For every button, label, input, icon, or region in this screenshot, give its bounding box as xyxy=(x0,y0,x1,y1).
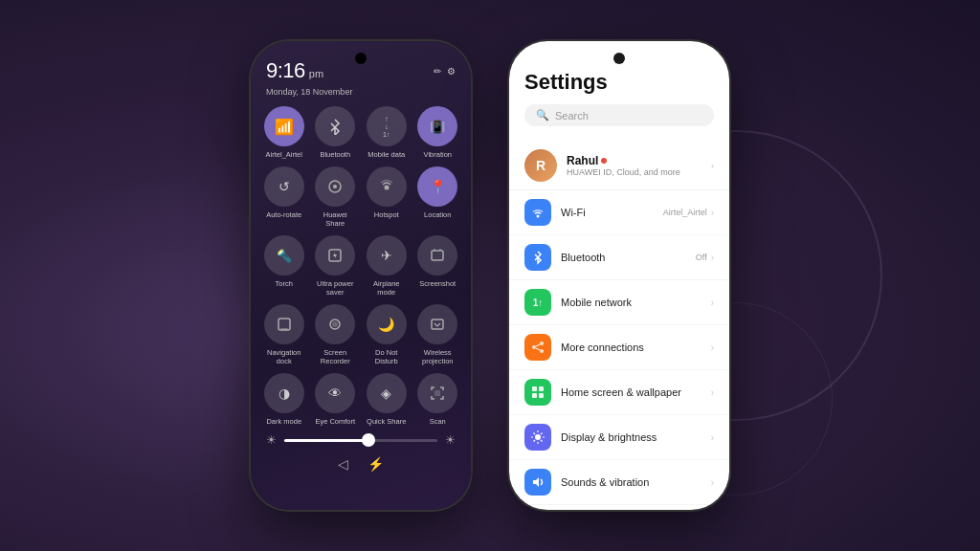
svg-rect-18 xyxy=(539,386,544,391)
tile-ultra-power[interactable]: Ultra power saver xyxy=(314,235,358,297)
home-screen-label: Home screen & wallpaper xyxy=(561,386,711,398)
search-icon: 🔍 xyxy=(536,109,549,121)
svg-point-8 xyxy=(332,321,338,327)
brightness-control[interactable]: ☀ ☀ xyxy=(262,433,459,447)
torch-icon: 🔦 xyxy=(264,235,304,276)
svg-rect-10 xyxy=(434,390,440,396)
brightness-track[interactable] xyxy=(284,439,437,442)
settings-item-home-screen[interactable]: Home screen & wallpaper › xyxy=(509,370,729,415)
tile-nav-dock[interactable]: Navigation dock xyxy=(262,304,306,365)
hotspot-icon xyxy=(367,166,407,207)
home-screen-icon xyxy=(524,379,551,406)
wifi-icon: 📶 xyxy=(264,106,304,146)
edit-icon[interactable]: ✏ xyxy=(434,66,441,77)
settings-item-wifi[interactable]: Wi-Fi Airtel_Airtel › xyxy=(509,190,729,235)
online-dot xyxy=(601,158,607,164)
mobile-network-chevron: › xyxy=(711,298,714,308)
ultra-power-icon xyxy=(315,235,355,276)
mobile-network-icon: 1↑ xyxy=(524,289,551,316)
left-phone: 9:16 pm ✏ ⚙ Monday, 18 November 📶 Airtel… xyxy=(251,41,471,510)
tile-mobile-data[interactable]: ↑ ↓ 1↑ Mobile data xyxy=(365,106,409,159)
settings-item-sound[interactable]: Sounds & vibration › xyxy=(509,460,729,505)
wifi-label: Airtel_Airtel xyxy=(266,150,302,159)
phones-container: 9:16 pm ✏ ⚙ Monday, 18 November 📶 Airtel… xyxy=(251,41,729,510)
display-icon xyxy=(524,424,551,451)
date-line: Monday, 18 November xyxy=(262,87,459,97)
tile-airplane[interactable]: ✈ Airplane mode xyxy=(365,235,409,297)
flash-icon[interactable]: ⚡ xyxy=(368,456,384,472)
tile-scan[interactable]: Scan xyxy=(416,373,460,426)
more-connections-icon xyxy=(524,334,551,361)
mobile-data-label: Mobile data xyxy=(368,150,405,159)
tile-auto-rotate[interactable]: ↺ Auto-rotate xyxy=(262,166,306,228)
svg-rect-19 xyxy=(532,393,537,398)
scan-label: Scan xyxy=(430,417,446,426)
location-icon: 📍 xyxy=(417,166,457,207)
nav-dock-label: Navigation dock xyxy=(262,348,306,365)
sound-label: Sounds & vibration xyxy=(561,476,711,488)
brightness-thumb[interactable] xyxy=(362,433,375,447)
tile-wifi[interactable]: 📶 Airtel_Airtel xyxy=(262,106,306,159)
brightness-low-icon: ☀ xyxy=(266,433,277,447)
tile-eye-comfort[interactable]: 👁 Eye Comfort xyxy=(314,373,358,426)
svg-line-16 xyxy=(536,348,540,350)
svg-rect-9 xyxy=(432,320,443,329)
torch-label: Torch xyxy=(276,279,293,288)
settings-item-display[interactable]: Display & brightness › xyxy=(509,415,729,460)
ultra-power-label: Ultra power saver xyxy=(314,279,358,297)
tile-screenshot[interactable]: Screenshot xyxy=(416,235,460,297)
tile-dark-mode[interactable]: ◑ Dark mode xyxy=(262,373,306,426)
bluetooth-chevron: › xyxy=(711,253,714,263)
display-chevron: › xyxy=(711,432,714,443)
tile-dnd[interactable]: 🌙 Do Not Disturb xyxy=(365,304,409,365)
tile-huawei-share[interactable]: Huawei Share xyxy=(314,166,358,228)
vibration-label: Vibration xyxy=(424,150,452,159)
tiles-grid: 📶 Airtel_Airtel Bluetooth ↑ ↓ 1↑ xyxy=(262,106,459,426)
search-bar[interactable]: 🔍 Search xyxy=(524,104,714,126)
back-icon[interactable]: ◁ xyxy=(338,456,348,472)
settings-icon[interactable]: ⚙ xyxy=(447,66,456,77)
profile-info: Rahul HUAWEI ID, Cloud, and more xyxy=(567,154,711,177)
bluetooth-setting-icon xyxy=(524,244,551,271)
svg-rect-20 xyxy=(539,393,544,398)
profile-row[interactable]: R Rahul HUAWEI ID, Cloud, and more › xyxy=(509,142,729,190)
airplane-label: Airplane mode xyxy=(365,279,409,297)
screenshot-label: Screenshot xyxy=(419,279,456,288)
tile-screen-recorder[interactable]: Screen Recorder xyxy=(314,304,358,365)
quick-share-icon: ◈ xyxy=(367,373,407,413)
punch-hole-left xyxy=(355,53,367,64)
settings-item-mobile-network[interactable]: 1↑ Mobile network › xyxy=(509,280,729,325)
settings-item-more-connections[interactable]: More connections › xyxy=(509,325,729,370)
tile-location[interactable]: 📍 Location xyxy=(416,166,460,228)
auto-rotate-icon: ↺ xyxy=(264,166,304,207)
eye-comfort-icon: 👁 xyxy=(315,373,355,413)
tile-quick-share[interactable]: ◈ Quick Share xyxy=(365,373,409,426)
tile-bluetooth[interactable]: Bluetooth xyxy=(314,106,358,159)
dark-mode-icon: ◑ xyxy=(264,373,304,413)
wireless-icon xyxy=(417,304,457,344)
search-placeholder: Search xyxy=(555,110,589,121)
nav-dock-icon xyxy=(264,304,304,344)
mobile-network-label: Mobile network xyxy=(561,297,711,308)
svg-rect-17 xyxy=(532,386,537,391)
right-phone-screen: Settings 🔍 Search R Rahul HUAWEI ID, Clo… xyxy=(509,41,729,510)
svg-point-13 xyxy=(540,342,544,345)
time-display: 9:16 pm xyxy=(266,58,323,83)
settings-list: Wi-Fi Airtel_Airtel › Bluetooth Off › 1 xyxy=(509,190,729,505)
more-connections-label: More connections xyxy=(561,342,711,353)
tile-vibration[interactable]: 📳 Vibration xyxy=(416,106,460,159)
time-ampm: pm xyxy=(309,68,323,79)
wifi-chevron: › xyxy=(711,208,714,218)
mobile-data-icon: ↑ ↓ 1↑ xyxy=(367,106,407,146)
tile-hotspot[interactable]: Hotspot xyxy=(365,166,409,228)
punch-hole-right xyxy=(613,53,625,64)
brightness-high-icon: ☀ xyxy=(445,433,456,447)
profile-name: Rahul xyxy=(567,154,711,167)
home-screen-chevron: › xyxy=(711,387,714,398)
settings-item-bluetooth[interactable]: Bluetooth Off › xyxy=(509,235,729,280)
tile-torch[interactable]: 🔦 Torch xyxy=(262,235,306,297)
tile-wireless[interactable]: Wireless projection xyxy=(416,304,460,365)
svg-point-14 xyxy=(540,349,544,353)
wifi-setting-icon xyxy=(524,199,551,226)
bluetooth-setting-value: Off xyxy=(696,253,707,262)
